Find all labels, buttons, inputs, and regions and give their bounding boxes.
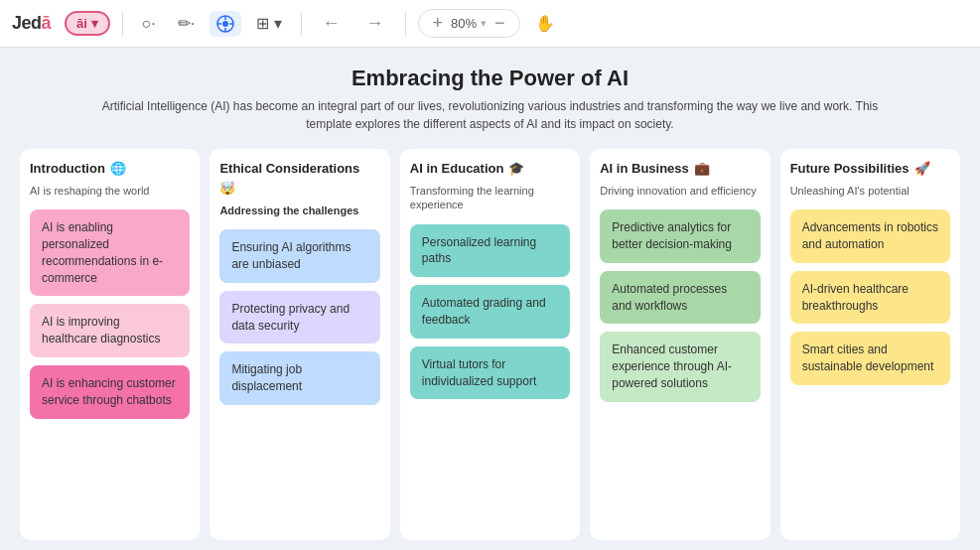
col-title-introduction: Introduction 🌐 — [30, 161, 190, 176]
col-label-introduction: Introduction — [30, 161, 105, 176]
col-title-education: AI in Education 🎓 — [410, 161, 570, 176]
card-ethical-2: Protecting privacy and data security — [219, 291, 379, 344]
column-business: AI in Business 💼 Driving innovation and … — [590, 149, 770, 540]
canvas: Embracing the Power of AI Artificial Int… — [0, 48, 980, 550]
col-label-ethical: Ethical Considerations — [219, 161, 359, 176]
col-title-future: Future Possibilities 🚀 — [790, 161, 950, 176]
col-subtitle-business: Driving innovation and efficiency — [600, 184, 760, 198]
zoom-controls: + 80% ▾ − — [418, 9, 520, 38]
pan-tool-button[interactable]: ✋ — [528, 10, 562, 37]
graduation-icon: 🎓 — [508, 161, 524, 176]
ai-badge-button[interactable]: āi ▾ — [65, 11, 109, 36]
briefcase-icon: 💼 — [694, 161, 710, 176]
separator2 — [301, 12, 302, 36]
col-label-education: AI in Education — [410, 161, 504, 176]
card-intro-3: AI is enhancing customer service through… — [30, 365, 190, 419]
separator — [122, 12, 123, 36]
zoom-out-button[interactable]: − — [490, 13, 509, 34]
circle-tool-button[interactable]: ○· — [135, 11, 163, 37]
cursor-icon — [216, 15, 234, 33]
card-intro-1: AI is enabling personalized recommendati… — [30, 209, 190, 296]
card-ethical-3: Mitigating job displacement — [219, 351, 379, 405]
card-intro-2: AI is improving healthcare diagnostics — [30, 304, 190, 357]
zoom-in-button[interactable]: + — [429, 13, 448, 34]
card-future-3: Smart cities and sustainable development — [790, 332, 950, 385]
page-title: Embracing the Power of AI — [351, 66, 629, 91]
globe-icon: 🌐 — [110, 161, 126, 176]
card-biz-2: Automated processes and workflows — [600, 271, 760, 325]
pencil-tool-button[interactable]: ✏· — [171, 10, 202, 37]
column-introduction: Introduction 🌐 AI is reshaping the world… — [20, 149, 200, 540]
card-future-1: Advancements in robotics and automation — [790, 209, 950, 263]
card-future-2: AI-driven healthcare breakthroughs — [790, 271, 950, 325]
card-ethical-1: Ensuring AI algorithms are unbiased — [219, 229, 379, 283]
column-future: Future Possibilities 🚀 Unleashing AI's p… — [780, 149, 960, 540]
columns-container: Introduction 🌐 AI is reshaping the world… — [20, 149, 960, 540]
card-biz-1: Predictive analytics for better decision… — [600, 209, 760, 263]
logo: Jedā — [12, 13, 51, 34]
undo-button[interactable]: ← — [314, 8, 350, 39]
col-subtitle-education: Transforming the learning experience — [410, 184, 570, 212]
redo-button[interactable]: → — [357, 8, 393, 39]
col-label-future: Future Possibilities — [790, 161, 910, 176]
exploding-head-icon: 🤯 — [219, 181, 235, 196]
col-subtitle-ethical: Addressing the challenges — [219, 204, 379, 217]
zoom-chevron: ▾ — [481, 17, 487, 30]
col-title-business: AI in Business 💼 — [600, 161, 760, 176]
card-edu-1: Personalized learning paths — [410, 224, 570, 278]
rocket-icon: 🚀 — [914, 161, 930, 176]
card-edu-2: Automated grading and feedback — [410, 285, 570, 339]
card-biz-3: Enhanced customer experience through AI-… — [600, 332, 760, 401]
zoom-level: 80% — [451, 16, 477, 31]
col-subtitle-future: Unleashing AI's potential — [790, 184, 950, 198]
column-ethical: Ethical Considerations 🤯 Addressing the … — [210, 149, 389, 540]
grid-tool-button[interactable]: ⊞ ▾ — [249, 10, 288, 37]
col-subtitle-introduction: AI is reshaping the world — [30, 184, 190, 198]
svg-point-1 — [222, 21, 228, 27]
toolbar: Jedā āi ▾ ○· ✏· ⊞ ▾ ← → + 80% ▾ − ✋ — [0, 0, 980, 48]
card-edu-3: Virtual tutors for individualized suppor… — [410, 346, 570, 400]
col-label-business: AI in Business — [600, 161, 689, 176]
page-subtitle: Artificial Intelligence (AI) has become … — [83, 97, 898, 133]
col-title-ethical: Ethical Considerations 🤯 — [219, 161, 379, 196]
separator3 — [405, 12, 406, 36]
cursor-tool-button[interactable] — [210, 11, 241, 37]
column-education: AI in Education 🎓 Transforming the learn… — [400, 149, 580, 540]
